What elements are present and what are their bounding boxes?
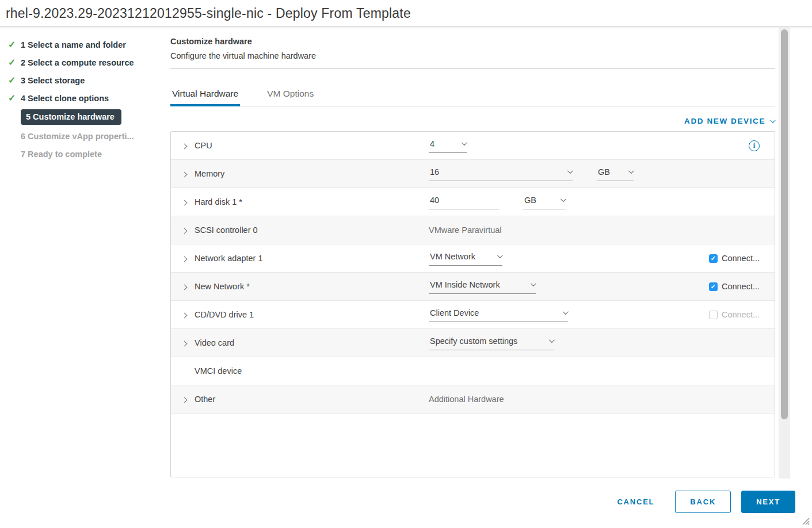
chevron-down-icon <box>531 281 536 286</box>
step-complete-check-icon: ✓ <box>8 93 21 104</box>
step-customize-vapp-properties: 6 Customize vApp properti... <box>8 127 165 145</box>
header-divider <box>170 68 775 69</box>
step-select-storage[interactable]: ✓ 3 Select storage <box>8 71 165 89</box>
expand-chevron-icon[interactable] <box>182 309 195 320</box>
step-label: 6 Customize vApp properti... <box>21 131 134 142</box>
wizard-footer: CANCEL BACK NEXT <box>617 491 795 513</box>
step-ready-to-complete: 7 Ready to complete <box>8 145 165 163</box>
row-label-cpu: CPU <box>195 141 212 150</box>
row-label-other: Other <box>195 395 215 404</box>
device-toolbar: ADD NEW DEVICE <box>170 106 775 130</box>
panel-heading: Customize hardware <box>170 37 775 46</box>
scsi-controller-value: VMware Paravirtual <box>429 225 502 235</box>
virtual-hardware-table: CPU 4 i Memory <box>170 131 775 477</box>
chevron-down-icon <box>770 117 776 123</box>
row-label-memory: Memory <box>195 169 224 178</box>
row-label-scsi: SCSI controller 0 <box>195 225 258 235</box>
cd-dvd-media-value: Client Device <box>430 308 479 317</box>
video-card-settings-value: Specify custom settings <box>430 336 517 346</box>
hard-disk-unit-select[interactable]: GB <box>523 195 566 209</box>
memory-unit-select[interactable]: GB <box>597 167 634 181</box>
hw-row-scsi-controller: SCSI controller 0 VMware Paravirtual <box>171 216 775 244</box>
dialog-titlebar: rhel-9.2023.29-20231212012955-single-nic… <box>0 0 812 26</box>
dialog-title: rhel-9.2023.29-20231212012955-single-nic… <box>6 6 812 21</box>
row-label-new-network: New Network * <box>195 282 250 291</box>
step-select-clone-options[interactable]: ✓ 4 Select clone options <box>8 89 165 107</box>
memory-unit-value: GB <box>598 167 610 177</box>
expand-chevron-icon[interactable] <box>182 197 195 207</box>
new-network-value: VM Inside Network <box>430 280 500 289</box>
step-label: 2 Select a compute resource <box>21 57 134 68</box>
cancel-button[interactable]: CANCEL <box>617 498 654 506</box>
hw-row-vmci-device: VMCI device <box>171 357 775 385</box>
network-adapter-select[interactable]: VM Network <box>429 251 502 266</box>
cd-dvd-media-select[interactable]: Client Device <box>429 308 568 322</box>
expand-chevron-icon[interactable] <box>182 338 195 348</box>
row-label-hard-disk: Hard disk 1 * <box>195 197 242 206</box>
chevron-down-icon <box>567 168 573 174</box>
step-label: 5 Customize hardware <box>21 109 121 125</box>
hw-row-other: Other Additional Hardware <box>171 385 775 414</box>
row-label-network-adapter: Network adapter 1 <box>195 254 262 263</box>
step-select-compute-resource[interactable]: ✓ 2 Select a compute resource <box>8 53 165 71</box>
memory-size-value: 16 <box>430 167 439 177</box>
window-resize-grip-icon[interactable] <box>800 516 810 525</box>
other-hardware-value: Additional Hardware <box>429 395 504 404</box>
cpu-count-select[interactable]: 4 <box>429 139 467 153</box>
back-button[interactable]: BACK <box>675 491 731 513</box>
step-select-name-folder[interactable]: ✓ 1 Select a name and folder <box>8 36 165 53</box>
network-adapter-connect-checkbox[interactable]: ✓ Connect... <box>709 254 760 263</box>
checkbox-checked-icon: ✓ <box>709 282 718 291</box>
chevron-down-icon <box>563 309 569 315</box>
connect-label: Connect... <box>722 254 760 263</box>
step-label: 3 Select storage <box>21 75 85 86</box>
chevron-down-icon <box>497 252 503 258</box>
expand-chevron-icon[interactable] <box>182 253 195 263</box>
memory-size-select[interactable]: 16 <box>429 167 573 181</box>
step-label: 4 Select clone options <box>21 93 109 104</box>
row-label-video-card: Video card <box>195 338 234 347</box>
chevron-down-icon <box>628 168 634 174</box>
step-label: 1 Select a name and folder <box>21 39 126 51</box>
expand-chevron-icon[interactable] <box>182 140 195 151</box>
row-label-vmci: VMCI device <box>195 366 242 376</box>
step-complete-check-icon: ✓ <box>8 39 21 50</box>
expand-chevron-icon[interactable] <box>182 225 195 235</box>
cpu-info-icon[interactable]: i <box>749 140 760 151</box>
hw-row-new-network: New Network * VM Inside Network ✓ Connec… <box>171 273 775 301</box>
hard-disk-unit-value: GB <box>524 196 536 205</box>
checkbox-unchecked-icon <box>709 311 718 319</box>
add-new-device-button[interactable]: ADD NEW DEVICE <box>684 117 774 125</box>
video-card-settings-select[interactable]: Specify custom settings <box>429 336 554 350</box>
step-customize-hardware-current[interactable]: 5 Customize hardware <box>8 108 165 126</box>
chevron-down-icon <box>462 140 467 146</box>
wizard-steps-sidebar: ✓ 1 Select a name and folder ✓ 2 Select … <box>0 26 165 479</box>
step-complete-check-icon: ✓ <box>8 75 21 86</box>
connect-label: Connect... <box>722 310 760 319</box>
expand-chevron-icon[interactable] <box>182 281 195 292</box>
vertical-scrollbar[interactable] <box>779 28 790 479</box>
expand-chevron-icon[interactable] <box>182 169 195 179</box>
step-label: 7 Ready to complete <box>21 148 102 160</box>
expand-chevron-icon[interactable] <box>182 394 195 404</box>
hw-row-memory: Memory 16 GB <box>171 160 775 188</box>
panel-subheading: Configure the virtual machine hardware <box>170 51 775 60</box>
next-button[interactable]: NEXT <box>741 491 795 513</box>
table-empty-space <box>171 414 775 477</box>
hw-row-network-adapter-1: Network adapter 1 VM Network ✓ Connect..… <box>171 244 775 273</box>
tab-virtual-hardware[interactable]: Virtual Hardware <box>170 83 240 106</box>
network-adapter-value: VM Network <box>430 252 475 261</box>
chevron-down-icon <box>561 196 566 202</box>
connect-label: Connect... <box>722 282 760 291</box>
scrollbar-thumb[interactable] <box>781 29 788 419</box>
new-network-connect-checkbox[interactable]: ✓ Connect... <box>709 282 760 291</box>
cd-dvd-connect-checkbox-disabled: Connect... <box>709 310 760 319</box>
customize-hardware-panel: Customize hardware Configure the virtual… <box>165 26 775 479</box>
row-label-cd-dvd: CD/DVD drive 1 <box>195 310 254 319</box>
hard-disk-size-input[interactable] <box>429 195 499 209</box>
panel-header: Customize hardware Configure the virtual… <box>170 37 775 60</box>
tab-vm-options[interactable]: VM Options <box>265 83 315 106</box>
step-complete-check-icon: ✓ <box>8 57 21 68</box>
deploy-from-template-dialog: rhel-9.2023.29-20231212012955-single-nic… <box>0 0 812 528</box>
new-network-select[interactable]: VM Inside Network <box>429 280 536 294</box>
